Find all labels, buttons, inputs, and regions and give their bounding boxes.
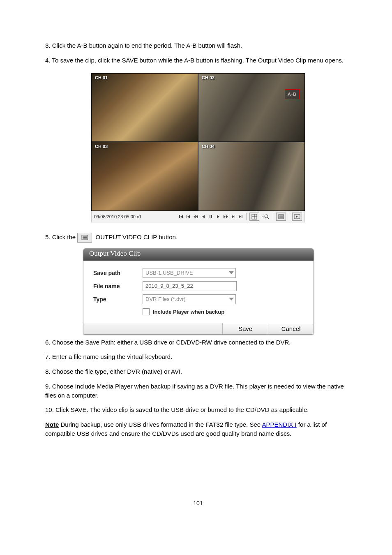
save-path-select[interactable]: USB-1:USB_DRIVE [143, 268, 236, 278]
svg-rect-13 [235, 215, 235, 218]
include-player-checkbox[interactable] [143, 308, 150, 315]
step-10: 10. Click SAVE. The video clip is saved … [45, 405, 351, 414]
svg-rect-3 [187, 215, 187, 218]
video-cell-ch01: CH 01 [91, 73, 198, 142]
save-path-label: Save path [93, 270, 143, 276]
chevron-down-icon [229, 298, 234, 301]
inline-list-icon [77, 233, 92, 243]
step-9: 9. Choose Include Media Player when back… [45, 382, 351, 400]
play-icon[interactable] [215, 214, 221, 220]
page-number: 101 [45, 500, 351, 506]
svg-rect-0 [179, 215, 180, 218]
video-cell-ch03: CH 03 [91, 142, 198, 211]
svg-marker-14 [239, 215, 241, 218]
fast-forward-icon[interactable] [223, 214, 228, 220]
play-reverse-icon[interactable] [201, 214, 206, 220]
pause-icon[interactable] [208, 214, 214, 220]
video-player-figure: CH 01 CH 02 A-B CH 03 CH 04 09/08/2010 2… [91, 73, 305, 222]
svg-marker-5 [196, 215, 198, 218]
output-video-clip-dialog-figure: Output Video Clip Save path USB-1:USB_DR… [83, 248, 313, 335]
file-name-input[interactable] [143, 281, 237, 291]
list-icon[interactable] [276, 213, 286, 221]
svg-line-21 [267, 217, 269, 219]
svg-marker-1 [180, 215, 183, 218]
skip-start-icon[interactable] [178, 214, 184, 220]
grid-view-icon[interactable] [249, 213, 259, 221]
channel-label: CH 01 [95, 75, 108, 80]
step-4: 4. To save the clip, click the SAVE butt… [45, 56, 351, 65]
svg-text:1: 1 [262, 215, 264, 219]
player-controlbar: 09/08/2010 23:05:00 x1 [91, 211, 305, 222]
include-player-label: Include Player when backup [153, 309, 224, 315]
video-cell-ch02: CH 02 A-B [198, 73, 305, 142]
skip-end-icon[interactable] [238, 214, 243, 220]
step-5: 5. Click the OUTPUT VIDEO CLIP button. [45, 233, 351, 243]
svg-marker-11 [226, 215, 228, 218]
note-label: Note [45, 421, 59, 428]
type-select[interactable]: DVR Files (*.dvr) [143, 294, 236, 304]
divider [289, 213, 289, 220]
svg-marker-12 [232, 215, 234, 218]
chevron-down-icon [229, 271, 234, 274]
svg-marker-4 [194, 215, 196, 218]
channel-label: CH 04 [202, 144, 214, 149]
svg-marker-2 [187, 215, 190, 218]
svg-rect-15 [242, 215, 242, 218]
svg-rect-8 [211, 215, 212, 218]
svg-marker-9 [217, 215, 219, 218]
file-name-label: File name [93, 283, 143, 289]
playback-timestamp: 09/08/2010 23:05:00 x1 [94, 214, 142, 219]
note-paragraph: Note During backup, use only USB drives … [45, 420, 351, 438]
cancel-button[interactable]: Cancel [268, 323, 314, 334]
appendix-link[interactable]: APPENDIX I [262, 421, 297, 428]
channel-label: CH 02 [202, 75, 214, 80]
channel-label: CH 03 [95, 144, 108, 149]
output-clip-icon[interactable] [292, 213, 302, 221]
step-6: 6. Choose the Save Path: either a USB dr… [45, 338, 351, 347]
step-8: 8. Choose the file type, either DVR (nat… [45, 367, 351, 376]
svg-marker-6 [202, 215, 205, 218]
svg-point-20 [265, 215, 268, 218]
zoom-icon[interactable]: 1 [261, 213, 270, 220]
save-button[interactable]: Save [222, 323, 268, 334]
step-3: 3. Click the A-B button again to end the… [45, 41, 351, 50]
step-7: 7. Enter a file name using the virtual k… [45, 352, 351, 361]
dialog-title: Output Video Clip [83, 249, 314, 261]
divider [246, 213, 247, 220]
svg-rect-7 [210, 215, 210, 218]
step-back-icon[interactable] [186, 214, 191, 220]
divider [273, 213, 273, 220]
step-forward-icon[interactable] [230, 214, 236, 220]
rewind-icon[interactable] [193, 214, 199, 220]
ab-button[interactable]: A-B [285, 89, 300, 99]
svg-marker-27 [296, 216, 298, 217]
type-label: Type [93, 296, 143, 303]
video-cell-ch04: CH 04 [198, 142, 305, 211]
svg-marker-10 [224, 215, 226, 218]
